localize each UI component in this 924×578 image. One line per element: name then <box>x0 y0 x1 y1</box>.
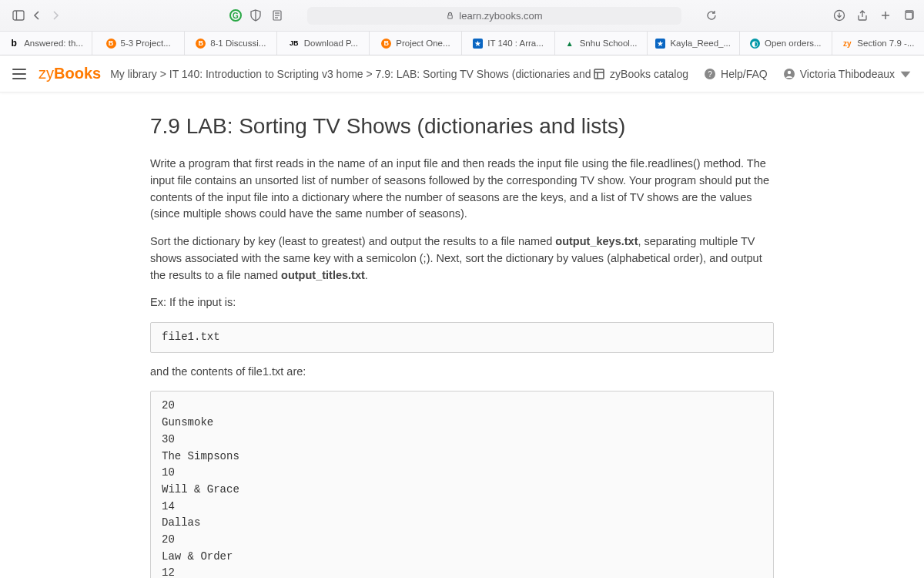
browser-tab[interactable]: ▲Snhu School... <box>555 32 648 55</box>
address-bar[interactable]: learn.zybooks.com <box>307 7 681 25</box>
tabs-overview-icon[interactable] <box>901 8 916 23</box>
tab-label: 5-3 Project... <box>121 39 171 48</box>
tab-favicon: ★ <box>655 39 665 49</box>
user-name: Victoria Thibodeaux <box>800 68 895 80</box>
user-menu[interactable]: Victoria Thibodeaux <box>783 68 912 80</box>
browser-tab[interactable]: ◐Open orders... <box>740 32 832 55</box>
help-label: Help/FAQ <box>721 68 768 80</box>
browser-tab[interactable]: B8-1 Discussi... <box>185 32 277 55</box>
instructions-p1: Write a program that first reads in the … <box>150 156 774 223</box>
tab-label: Kayla_Reed_... <box>670 39 731 48</box>
browser-tab[interactable]: ★IT 140 : Arra... <box>462 32 554 55</box>
svg-point-18 <box>788 70 791 73</box>
book-icon <box>593 68 605 80</box>
tab-favicon: b <box>8 38 19 49</box>
chevron-down-icon <box>899 68 912 80</box>
zybooks-logo[interactable]: zyBooks <box>38 65 101 82</box>
browser-tab[interactable]: JBDownload P... <box>277 32 370 55</box>
catalog-link[interactable]: zyBooks catalog <box>593 68 688 80</box>
reader-icon[interactable] <box>270 8 285 23</box>
grammarly-icon[interactable]: G <box>229 9 242 22</box>
tab-label: Open orders... <box>765 39 822 48</box>
tab-label: Answered: th... <box>24 39 83 48</box>
browser-tab[interactable]: ★Kayla_Reed_... <box>648 32 740 55</box>
browser-chrome: G learn.zybooks.com bAnswered: th...B5-3… <box>0 0 924 55</box>
hamburger-icon[interactable] <box>12 69 26 79</box>
tab-label: IT 140 : Arra... <box>487 39 544 48</box>
tab-favicon: JB <box>289 38 300 49</box>
tab-label: 8-1 Discussi... <box>210 39 266 48</box>
tab-label: Section 7.9 -... <box>857 39 914 48</box>
sidebar-toggle-icon[interactable] <box>11 8 26 23</box>
file-contents-intro: and the contents of file1.txt are: <box>150 364 774 381</box>
code-input-filename: file1.txt <box>150 322 774 353</box>
browser-tab[interactable]: bAnswered: th... <box>0 32 92 55</box>
svg-rect-11 <box>906 12 912 19</box>
url-text: learn.zybooks.com <box>459 10 542 22</box>
forward-icon <box>48 8 63 23</box>
code-file-contents: 20 Gunsmoke 30 The Simpsons 10 Will & Gr… <box>150 391 774 578</box>
tab-label: Download P... <box>304 39 358 48</box>
user-icon <box>783 68 795 80</box>
page-content: 7.9 LAB: Sorting TV Shows (dictionaries … <box>150 92 774 578</box>
svg-text:?: ? <box>708 70 712 79</box>
new-tab-icon[interactable] <box>878 8 893 23</box>
tab-favicon: B <box>196 39 206 49</box>
tab-favicon: ★ <box>473 39 483 49</box>
tab-label: Snhu School... <box>580 39 638 48</box>
app-header: zyBooks My library > IT 140: Introductio… <box>0 55 924 92</box>
tab-favicon: B <box>106 39 116 49</box>
browser-tab[interactable]: B5-3 Project... <box>92 32 185 55</box>
svg-marker-19 <box>901 71 911 77</box>
example-intro: Ex: If the input is: <box>150 294 774 311</box>
share-icon[interactable] <box>855 8 870 23</box>
help-link[interactable]: ? Help/FAQ <box>704 68 768 80</box>
tab-favicon: B <box>381 39 391 49</box>
tab-label: Project One... <box>396 39 450 48</box>
tab-favicon: ▲ <box>564 38 575 49</box>
reload-icon[interactable] <box>704 8 719 23</box>
back-icon[interactable] <box>29 8 45 23</box>
shield-icon[interactable] <box>248 8 263 23</box>
page-title: 7.9 LAB: Sorting TV Shows (dictionaries … <box>150 114 774 139</box>
lock-icon <box>446 12 454 20</box>
browser-tab[interactable]: zySection 7.9 -... <box>832 32 924 55</box>
tab-favicon: zy <box>842 38 852 49</box>
download-icon[interactable] <box>832 8 847 23</box>
browser-toolbar: G learn.zybooks.com <box>0 0 924 31</box>
browser-tabs: bAnswered: th...B5-3 Project...B8-1 Disc… <box>0 31 924 55</box>
help-icon: ? <box>704 68 716 80</box>
breadcrumb[interactable]: My library > IT 140: Introduction to Scr… <box>110 68 593 80</box>
svg-rect-6 <box>448 15 453 18</box>
tab-favicon: ◐ <box>750 39 760 49</box>
catalog-label: zyBooks catalog <box>610 68 688 80</box>
svg-rect-12 <box>594 69 604 79</box>
svg-rect-0 <box>13 11 24 20</box>
browser-tab[interactable]: BProject One... <box>370 32 462 55</box>
instructions-p2: Sort the dictionary by key (least to gre… <box>150 234 774 284</box>
